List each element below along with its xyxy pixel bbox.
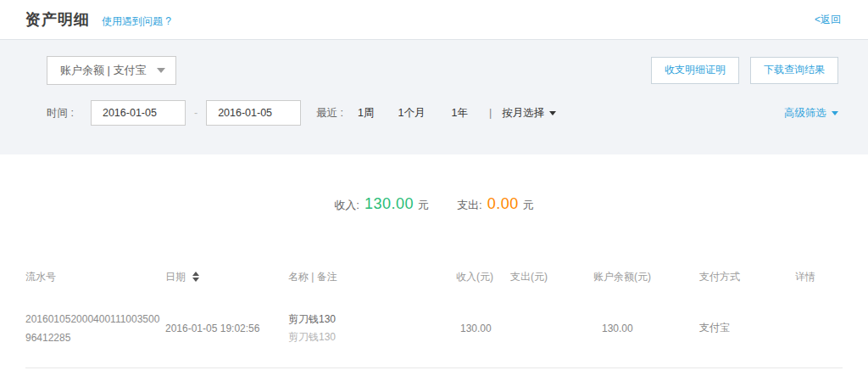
cell-date: 2016-01-05 19:02:56 (165, 289, 288, 368)
filter-row-account: 账户余额 | 支付宝 收支明细证明 下载查询结果 (25, 55, 838, 85)
column-header-expense: 支出(元) (510, 264, 593, 289)
quick-range-1week[interactable]: 1周 (358, 106, 374, 121)
help-link[interactable]: 使用遇到问题 ? (102, 14, 171, 29)
date-range-separator: - (194, 107, 198, 119)
download-results-button[interactable]: 下载查询结果 (750, 57, 838, 84)
cell-balance: 130.00 (593, 289, 699, 368)
asset-detail-page: 资产明细 使用遇到问题 ? <返回 账户余额 | 支付宝 收支明细证明 下载查询… (0, 0, 868, 376)
column-header-detail: 详情 (795, 264, 843, 289)
back-link[interactable]: <返回 (815, 13, 841, 27)
cell-serial: 20160105200040011100350096412285 (25, 289, 165, 368)
chevron-down-icon (549, 111, 556, 115)
date-header-label: 日期 (165, 271, 186, 283)
cell-payment-method: 支付宝 (699, 289, 795, 368)
serial-number: 20160105200040011100350096412285 (25, 310, 164, 347)
page-title: 资产明细 (25, 9, 90, 30)
transaction-name: 剪刀钱130 (288, 311, 456, 328)
month-select-label: 按月选择 (502, 106, 544, 121)
date-from-input[interactable] (91, 100, 186, 126)
chevron-down-icon (157, 68, 165, 73)
vertical-divider: | (489, 107, 492, 119)
transaction-remark: 剪刀钱130 (288, 328, 456, 346)
table-header-row: 流水号 日期 名称 | 备注 收入(元) 支出(元) 账户余额(元) 支付方式 … (25, 264, 843, 289)
column-header-name-remark: 名称 | 备注 (288, 264, 456, 289)
cell-income: 130.00 (456, 289, 510, 368)
account-type-value: 账户余额 | 支付宝 (60, 63, 147, 78)
cell-detail (795, 289, 843, 368)
transactions-table: 流水号 日期 名称 | 备注 收入(元) 支出(元) 账户余额(元) 支付方式 … (25, 264, 843, 368)
content-area: 收入: 130.00 元 支出: 0.00 元 流水号 日期 名称 | (0, 195, 868, 368)
advanced-filter-link[interactable]: 高级筛选 (784, 106, 838, 121)
filter-row-time: 时间 : - 最近 : 1周 1个月 1年 | 按月选择 高级筛选 (25, 100, 838, 126)
column-header-serial: 流水号 (25, 264, 165, 289)
time-label: 时间 : (47, 106, 74, 121)
account-type-select[interactable]: 账户余额 | 支付宝 (47, 56, 176, 85)
date-to-input[interactable] (206, 100, 301, 126)
sort-icon[interactable] (192, 272, 199, 282)
recent-label: 最近 : (316, 106, 343, 121)
income-expense-proof-button[interactable]: 收支明细证明 (651, 57, 739, 84)
expense-label: 支出: (457, 198, 482, 213)
column-header-payment-method: 支付方式 (699, 264, 795, 289)
filter-panel: 账户余额 | 支付宝 收支明细证明 下载查询结果 时间 : - 最近 : 1周 … (0, 40, 868, 154)
income-unit: 元 (418, 198, 429, 213)
income-label: 收入: (334, 198, 359, 213)
income-value: 130.00 (364, 195, 414, 213)
column-header-date[interactable]: 日期 (165, 264, 288, 289)
expense-value: 0.00 (487, 195, 519, 213)
cell-name-remark: 剪刀钱130 剪刀钱130 (288, 289, 456, 368)
quick-range-1month[interactable]: 1个月 (398, 106, 426, 121)
column-header-income: 收入(元) (456, 264, 510, 289)
summary-bar: 收入: 130.00 元 支出: 0.00 元 (0, 195, 868, 216)
expense-unit: 元 (523, 198, 534, 213)
table-row: 20160105200040011100350096412285 2016-01… (25, 289, 843, 368)
chevron-down-icon (832, 111, 838, 115)
quick-range-1year[interactable]: 1年 (451, 106, 467, 121)
page-header: 资产明细 使用遇到问题 ? <返回 (0, 0, 868, 40)
advanced-filter-label: 高级筛选 (784, 106, 826, 121)
cell-expense (510, 289, 593, 368)
column-header-balance: 账户余额(元) (593, 264, 699, 289)
month-select-dropdown[interactable]: 按月选择 (502, 106, 556, 121)
